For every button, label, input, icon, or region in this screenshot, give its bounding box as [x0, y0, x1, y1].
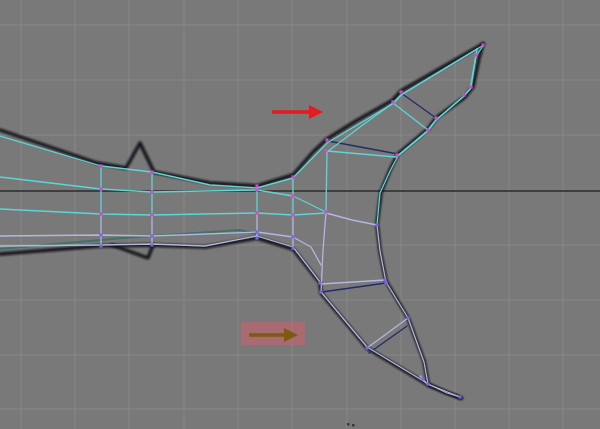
mesh-vertex[interactable]	[150, 190, 153, 193]
mesh-vertex[interactable]	[395, 153, 398, 156]
speck	[352, 424, 355, 427]
mesh-vertex[interactable]	[383, 278, 386, 281]
mesh-vertex[interactable]	[291, 213, 294, 216]
mesh-vertex[interactable]	[426, 128, 429, 131]
mesh-vertex[interactable]	[458, 395, 461, 398]
mesh-vertex[interactable]	[99, 187, 102, 190]
mesh-vertex[interactable]	[426, 382, 429, 385]
mesh-vertex[interactable]	[375, 223, 378, 226]
viewport-canvas[interactable]	[0, 0, 600, 429]
mesh-vertex[interactable]	[291, 194, 294, 197]
mesh-vertex[interactable]	[150, 213, 153, 216]
mesh-vertex[interactable]	[399, 90, 402, 93]
mesh-vertex[interactable]	[391, 100, 394, 103]
mesh-vertex[interactable]	[99, 244, 102, 247]
mesh-vertex[interactable]	[481, 43, 484, 46]
mesh-vertex[interactable]	[99, 233, 102, 236]
mesh-vertex[interactable]	[365, 346, 368, 349]
mesh-vertex[interactable]	[291, 246, 294, 249]
mesh-vertex[interactable]	[150, 234, 153, 237]
mesh-vertex[interactable]	[99, 164, 102, 167]
mesh-vertex[interactable]	[291, 235, 294, 238]
mesh-vertex[interactable]	[469, 85, 472, 88]
mesh-vertex[interactable]	[150, 243, 153, 246]
mesh-vertex[interactable]	[406, 316, 409, 319]
mesh-vertex[interactable]	[150, 170, 153, 173]
mesh-vertex[interactable]	[474, 53, 477, 56]
speck	[347, 423, 350, 426]
mesh-vertex[interactable]	[255, 211, 258, 214]
mesh-vertex[interactable]	[319, 290, 322, 293]
mesh-vertex[interactable]	[434, 116, 437, 119]
mesh-vertex[interactable]	[255, 236, 258, 239]
mesh-vertex[interactable]	[324, 210, 327, 213]
mesh-vertex[interactable]	[324, 149, 327, 152]
mesh-vertex[interactable]	[255, 184, 258, 187]
mesh-vertex[interactable]	[99, 212, 102, 215]
mesh-vertex[interactable]	[255, 230, 258, 233]
mesh-vertex[interactable]	[318, 281, 321, 284]
mesh-vertex[interactable]	[291, 175, 294, 178]
mesh-vertex[interactable]	[255, 188, 258, 191]
mesh-vertex[interactable]	[325, 138, 328, 141]
3d-viewport[interactable]	[0, 0, 600, 429]
mesh-vertex[interactable]	[462, 93, 465, 96]
mesh-vertex[interactable]	[384, 281, 387, 284]
mesh-vertex[interactable]	[421, 377, 424, 380]
